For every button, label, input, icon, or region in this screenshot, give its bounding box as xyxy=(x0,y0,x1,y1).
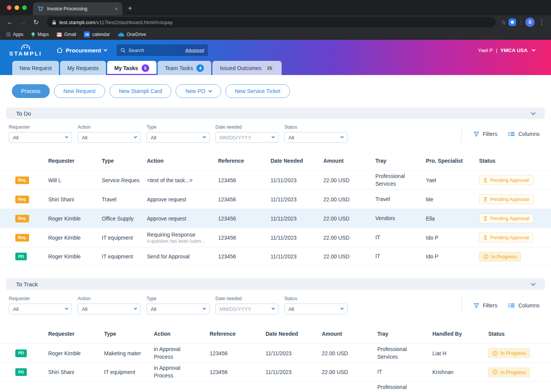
type-select[interactable]: All xyxy=(147,304,210,314)
todo-filter-bar: Requester All Action All Type All Date n… xyxy=(9,124,551,143)
bookmark-maps[interactable]: Maps xyxy=(31,32,49,38)
todo-section-header[interactable]: To Do xyxy=(6,108,545,119)
filter-type: Type All xyxy=(147,124,210,143)
filters-button[interactable]: Filters xyxy=(473,131,497,137)
search-input[interactable] xyxy=(128,47,183,53)
table-row[interactable]: PO Roger Kimble IT equipment Send for Ap… xyxy=(0,247,551,266)
table-row-selected[interactable]: Req. Roger Kimble Office Supply Approve … xyxy=(0,209,551,228)
cell-type: Office Supply xyxy=(102,216,147,222)
columns-button[interactable]: Columns xyxy=(508,302,540,309)
cart-favicon-icon xyxy=(37,6,44,11)
totrack-section-header[interactable]: To Track xyxy=(6,278,545,290)
cell-date-needed: 11/11/2023 xyxy=(271,235,323,241)
process-button[interactable]: Process xyxy=(12,84,50,98)
column-header-action: Action xyxy=(147,158,218,164)
requester-select[interactable]: All xyxy=(9,304,72,314)
status-select[interactable]: All xyxy=(284,304,347,314)
tab-my-tasks[interactable]: My Tasks5 xyxy=(107,61,156,75)
reload-icon[interactable]: ↻ xyxy=(31,17,41,28)
collapse-chevron-icon[interactable] xyxy=(531,281,536,286)
filter-action: Action All xyxy=(78,296,141,314)
global-search[interactable]: Advanced xyxy=(117,44,208,56)
type-select[interactable]: All xyxy=(147,132,210,143)
tab-my-requests[interactable]: My Requests xyxy=(60,61,106,75)
column-header-handled-by: Handled By xyxy=(432,331,488,337)
browser-menu-icon[interactable]: ⋮ xyxy=(537,18,546,26)
gmail-icon xyxy=(57,33,62,37)
team-tasks-count-badge: 4 xyxy=(196,64,204,72)
window-controls xyxy=(0,5,33,15)
new-stampli-card-button[interactable]: New Stampli Card xyxy=(109,84,172,98)
new-request-button[interactable]: New Request xyxy=(54,84,105,98)
window-minimize-button[interactable] xyxy=(15,5,19,10)
cell-specialist: Me xyxy=(426,196,479,203)
cell-tray: IT xyxy=(375,253,426,260)
req-badge: Req. xyxy=(15,176,29,184)
date-input[interactable] xyxy=(220,306,262,312)
url-bar[interactable]: test.stampli.com/v117test2/dashboard.htm… xyxy=(47,17,496,28)
cell-action-subtext: A question has been subm... xyxy=(147,238,213,244)
extension-icon[interactable] xyxy=(509,18,516,26)
column-header-amount: Amount xyxy=(323,158,375,164)
action-select[interactable]: All xyxy=(78,304,141,314)
date-needed-picker[interactable] xyxy=(215,304,279,314)
chevron-down-icon xyxy=(272,307,275,310)
action-select[interactable]: All xyxy=(78,132,141,143)
advanced-search-link[interactable]: Advanced xyxy=(185,48,204,52)
cell-tray: IT xyxy=(377,368,432,376)
table-row[interactable]: PO Roger Kimble Maketing mater in Approv… xyxy=(0,343,551,363)
filters-button[interactable]: Filters xyxy=(473,302,497,309)
table-row-partial[interactable]: Professional Services xyxy=(0,382,551,392)
tab-close-icon[interactable]: × xyxy=(115,6,118,12)
bookmark-apps[interactable]: Apps xyxy=(6,32,23,37)
bookmark-star-icon[interactable]: ☆ xyxy=(501,19,506,26)
chevron-down-icon xyxy=(65,135,68,138)
window-close-button[interactable] xyxy=(7,5,11,10)
alert-circle-icon xyxy=(492,351,498,356)
date-input[interactable] xyxy=(220,135,262,140)
columns-icon xyxy=(508,131,515,137)
tab-issued-outcomes[interactable]: Issued Outcomes25 xyxy=(212,61,282,75)
date-needed-picker[interactable] xyxy=(215,132,279,143)
new-po-button[interactable]: New PO xyxy=(176,84,221,98)
new-service-ticket-button[interactable]: New Service Ticket xyxy=(225,84,290,98)
po-badge: PO xyxy=(15,350,27,357)
table-row[interactable]: Req. Shiri Shani Travel Approve request … xyxy=(0,189,551,209)
browser-tab[interactable]: Invoice Processing × xyxy=(33,2,122,15)
status-select[interactable]: All xyxy=(284,132,347,143)
table-row[interactable]: Req. Will L Service Reques <text of the … xyxy=(0,170,551,189)
filter-date-needed: Date needed xyxy=(215,124,279,143)
column-header-specialist: Pro. Specialist xyxy=(426,158,479,164)
collapse-chevron-icon[interactable] xyxy=(531,110,536,115)
apps-grid-icon xyxy=(6,32,11,37)
forward-icon[interactable]: → xyxy=(18,17,28,28)
cell-reference: 123456 xyxy=(218,196,271,203)
status-badge: In Progress xyxy=(488,348,530,358)
columns-button[interactable]: Columns xyxy=(508,131,540,137)
requester-select[interactable]: All xyxy=(9,132,72,143)
stampli-logo[interactable]: STAMPLI xyxy=(9,44,42,56)
module-switcher[interactable]: Procurement xyxy=(57,47,107,54)
chevron-down-icon xyxy=(104,47,108,51)
funnel-icon xyxy=(473,131,479,137)
url-path: /v117test2/dashboard.html#t=topay xyxy=(95,20,173,25)
profile-avatar[interactable]: S xyxy=(525,18,535,27)
totrack-title: To Track xyxy=(16,281,38,287)
user-menu[interactable]: Yael P | YMCA USA xyxy=(478,47,535,53)
chevron-down-icon xyxy=(341,307,344,310)
cell-requester: Will L xyxy=(48,177,102,183)
window-zoom-button[interactable] xyxy=(22,5,27,10)
cell-tray: Vendors xyxy=(375,215,426,222)
tab-team-tasks[interactable]: Team Tasks4 xyxy=(158,61,212,75)
new-tab-button[interactable]: + xyxy=(122,4,132,15)
bookmark-gmail[interactable]: Gmail xyxy=(57,32,76,37)
bookmark-onedrive[interactable]: OneDrive xyxy=(117,32,146,37)
module-label: Procurement xyxy=(66,47,101,54)
table-row[interactable]: Req. Roger Kimble IT equipment Requiring… xyxy=(0,228,551,247)
bookmark-calendar[interactable]: 28 calendar xyxy=(84,31,110,38)
table-row[interactable]: PO Shiri Shani IT equipment in Approval … xyxy=(0,363,551,382)
cell-handled-by: Liat H xyxy=(432,350,488,356)
chevron-down-icon xyxy=(65,307,68,310)
back-icon[interactable]: ← xyxy=(5,17,15,28)
tab-new-request[interactable]: New Request xyxy=(12,61,59,75)
